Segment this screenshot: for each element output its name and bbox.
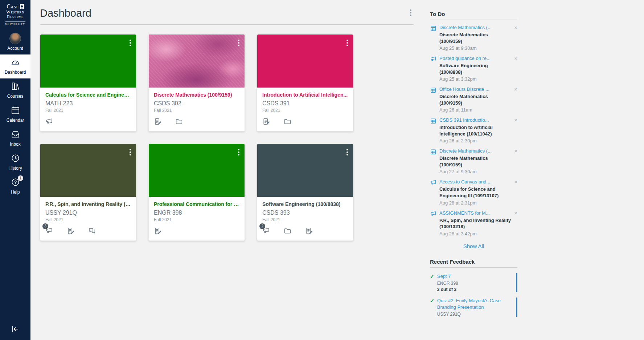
nav-item-history[interactable]: History: [0, 150, 30, 174]
files-icon[interactable]: [284, 118, 291, 127]
course-card-hero-image[interactable]: [149, 35, 245, 88]
todo-item-course: Discrete Mathematics (100/9159): [439, 32, 512, 44]
recent-feedback-heading: Recent Feedback: [430, 259, 517, 268]
logo-line-2: Western: [1, 10, 29, 15]
dismiss-icon[interactable]: ×: [514, 179, 517, 185]
user-avatar: [9, 33, 21, 44]
course-card-title-link[interactable]: Calculus for Science and Engineeri...: [45, 92, 131, 98]
files-icon[interactable]: [175, 118, 183, 127]
files-icon[interactable]: [284, 227, 291, 236]
course-code: USSY 291Q: [45, 210, 131, 216]
course-card-title-link[interactable]: Introduction to Artificial Intelligen...: [262, 92, 348, 98]
assignments-icon[interactable]: [262, 118, 270, 127]
course-card-hero[interactable]: [40, 35, 136, 88]
todo-item-link[interactable]: Office Hours Discrete ...: [439, 86, 512, 92]
card-options-kebab-icon[interactable]: [236, 37, 242, 48]
books-icon: [11, 81, 20, 92]
svg-text:?: ?: [14, 180, 17, 185]
todo-item-link[interactable]: Discrete Mathematics (...: [439, 25, 512, 30]
unread-count-badge: 3: [42, 223, 48, 229]
assignments-icon[interactable]: [305, 227, 313, 236]
todo-item-course: P.R., Spin, and Inventing Reality (100/1…: [439, 217, 512, 230]
nav-item-calendar[interactable]: Calendar: [0, 102, 30, 126]
announcements-icon[interactable]: 3: [45, 227, 53, 236]
course-term: Fall 2021: [262, 217, 348, 222]
todo-item-link[interactable]: Discrete Mathematics (...: [439, 148, 512, 154]
institution-logo[interactable]: Case Western Reserve University: [0, 0, 30, 30]
inbox-tray-icon: [11, 129, 20, 140]
show-all-link[interactable]: Show All: [430, 243, 517, 249]
checkmark-icon: ✓: [430, 298, 434, 317]
card-options-kebab-icon[interactable]: [344, 147, 350, 158]
assignments-icon[interactable]: [154, 227, 161, 236]
dashboard-options-kebab-icon[interactable]: [408, 7, 414, 18]
todo-item: Discrete Mathematics (... Discrete Mathe…: [430, 25, 517, 51]
feedback-item-link[interactable]: Sept 7: [437, 273, 513, 280]
nav-item-dashboard[interactable]: Dashboard: [0, 54, 30, 78]
assignments-icon[interactable]: [154, 118, 161, 127]
dismiss-icon[interactable]: ×: [514, 56, 517, 61]
card-options-kebab-icon[interactable]: [127, 37, 133, 48]
dashboard-main: Dashboard Calculus for Science and Engin…: [30, 0, 424, 241]
course-card: Professional Communication for E... ENGR…: [148, 143, 245, 241]
course-card: Discrete Mathematics (100/9159) CSDS 302…: [148, 34, 245, 131]
course-card-hero[interactable]: [40, 144, 136, 197]
course-term: Fall 2021: [154, 108, 239, 113]
global-navigation: Case Western Reserve University Account …: [0, 0, 30, 340]
clock-icon: [11, 153, 20, 164]
collapse-nav-button[interactable]: [11, 325, 20, 334]
todo-sidebar: To Do Discrete Mathematics (... Discrete…: [430, 0, 517, 317]
todo-item-due: Aug 25 at 9:30am: [439, 45, 512, 51]
course-card-title-link[interactable]: Discrete Mathematics (100/9159): [154, 92, 239, 98]
assignments-icon[interactable]: [67, 227, 74, 236]
dismiss-icon[interactable]: ×: [514, 117, 517, 123]
nav-item-account[interactable]: Account: [0, 30, 30, 54]
announcements-icon[interactable]: [45, 118, 53, 127]
course-card-title-link[interactable]: Software Engineering (100/8838): [262, 201, 348, 207]
todo-item-due: Aug 27 at 9:30am: [439, 169, 512, 174]
dismiss-icon[interactable]: ×: [514, 86, 517, 92]
course-card-title-link[interactable]: Professional Communication for E...: [154, 201, 239, 207]
course-card-grid: Calculus for Science and Engineeri... MA…: [40, 34, 414, 241]
course-card-hero[interactable]: [257, 144, 353, 197]
nav-label-inbox: Inbox: [10, 142, 20, 147]
todo-item-due: Aug 26 at 2:30pm: [439, 138, 512, 143]
todo-item: Posted guidance on re... Software Engine…: [430, 56, 517, 82]
course-term: Fall 2021: [45, 108, 131, 113]
todo-item-due: Aug 28 at 3:42pm: [439, 231, 512, 236]
course-code: ENGR 398: [154, 210, 239, 216]
course-card-hero[interactable]: [257, 35, 353, 88]
nav-item-courses[interactable]: Courses: [0, 78, 30, 102]
todo-item-due: Aug 28 at 2:31pm: [439, 200, 512, 206]
course-card-title-link[interactable]: P.R., Spin, and Inventing Reality (1...: [45, 201, 131, 207]
logo-line-3: Reserve: [1, 15, 29, 20]
course-term: Fall 2021: [45, 217, 131, 222]
nav-label-history: History: [8, 166, 22, 171]
unread-indicator-bar: [516, 298, 517, 317]
feedback-item-course: USSY 291Q: [437, 312, 513, 317]
card-options-kebab-icon[interactable]: [127, 147, 133, 158]
dismiss-icon[interactable]: ×: [514, 210, 517, 216]
todo-item-link[interactable]: ASSIGNMENTS for M...: [439, 210, 512, 216]
course-card: P.R., Spin, and Inventing Reality (1... …: [40, 143, 136, 241]
nav-item-inbox[interactable]: Inbox: [0, 126, 30, 150]
header-divider: [40, 24, 414, 25]
todo-item-link[interactable]: Posted guidance on re...: [439, 56, 512, 61]
nav-item-help[interactable]: 1 ? Help: [0, 174, 30, 198]
feedback-item-course: ENGR 398: [437, 281, 513, 286]
course-code: MATH 223: [45, 100, 131, 107]
todo-item-link[interactable]: Access to Canvas and ...: [439, 179, 512, 185]
nav-label-calendar: Calendar: [7, 118, 24, 123]
todo-item-course: Calculus for Science and Engineering III…: [439, 186, 512, 199]
course-card-hero[interactable]: [149, 144, 245, 197]
dismiss-icon[interactable]: ×: [514, 148, 517, 154]
announcements-icon[interactable]: 2: [262, 227, 270, 236]
todo-item-link[interactable]: CSDS 391 Introductio...: [439, 117, 512, 123]
card-options-kebab-icon[interactable]: [344, 37, 350, 48]
dismiss-icon[interactable]: ×: [514, 25, 517, 30]
discussions-icon[interactable]: [88, 227, 96, 236]
nav-label-help: Help: [11, 190, 20, 195]
course-code: CSDS 391: [262, 100, 348, 107]
feedback-item-link[interactable]: Quiz #2: Emily Mayock's Case Branding Pr…: [437, 298, 513, 310]
card-options-kebab-icon[interactable]: [236, 147, 242, 158]
